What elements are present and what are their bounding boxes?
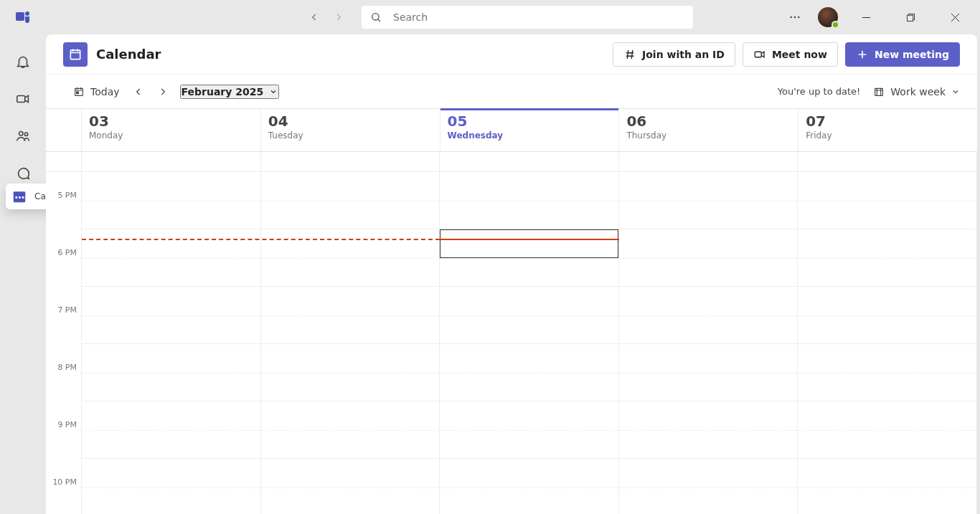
meet-now-button[interactable]: Meet now	[743, 42, 838, 67]
presence-available-icon	[831, 21, 839, 29]
svg-rect-15	[22, 196, 24, 199]
time-label: 5 PM	[57, 191, 77, 200]
svg-rect-13	[16, 196, 18, 199]
svg-rect-16	[70, 50, 80, 60]
current-time-line-today	[440, 239, 619, 240]
search-bar[interactable]	[362, 6, 693, 29]
window-close-button[interactable]	[938, 2, 971, 32]
window-minimize-button[interactable]	[849, 2, 882, 32]
today-icon	[73, 86, 85, 97]
view-label: Work week	[890, 86, 946, 97]
current-time-line-past	[82, 239, 440, 240]
day-number: 03	[89, 113, 253, 129]
month-label: February 2025	[182, 86, 264, 97]
history-forward-button[interactable]	[329, 7, 349, 27]
window-maximize-button[interactable]	[894, 2, 927, 32]
day-name: Friday	[806, 130, 970, 141]
column-friday[interactable]	[798, 152, 977, 514]
svg-point-5	[798, 16, 800, 19]
rail-activity-button[interactable]	[11, 50, 34, 73]
day-name: Wednesday	[448, 130, 612, 141]
rail-teams-button[interactable]	[11, 125, 34, 148]
join-with-id-button[interactable]: Join with an ID	[613, 42, 735, 67]
chevron-down-icon	[951, 87, 960, 96]
day-header-tuesday[interactable]: 04 Tuesday	[261, 109, 440, 151]
column-tuesday[interactable]	[261, 152, 440, 514]
next-week-button[interactable]	[153, 82, 173, 102]
history-back-button[interactable]	[304, 7, 324, 27]
title-bar	[0, 0, 980, 34]
calendar-toolbar: Today February 2025 You're up to date! W…	[46, 75, 977, 109]
time-label: 7 PM	[57, 305, 77, 315]
plus-icon	[856, 48, 869, 61]
time-label: 6 PM	[57, 248, 77, 257]
column-monday[interactable]	[82, 152, 261, 514]
day-header-row: 03 Monday 04 Tuesday 05 Wednesday 06 Thu…	[46, 109, 977, 152]
meet-now-label: Meet now	[772, 49, 827, 60]
day-header-thursday[interactable]: 06 Thursday	[619, 109, 798, 151]
day-name: Monday	[89, 130, 253, 141]
sync-status: You're up to date!	[778, 86, 861, 97]
column-thursday[interactable]	[619, 152, 798, 514]
svg-rect-20	[875, 88, 883, 95]
week-icon	[873, 86, 885, 97]
svg-point-4	[794, 16, 796, 19]
day-number: 04	[268, 113, 433, 129]
day-header-wednesday[interactable]: 05 Wednesday	[440, 109, 620, 151]
svg-point-1	[25, 11, 29, 16]
hash-icon	[623, 48, 636, 61]
today-button[interactable]: Today	[69, 82, 124, 102]
rail-chat-button[interactable]	[11, 162, 34, 185]
svg-point-3	[790, 16, 792, 19]
svg-rect-0	[16, 12, 24, 21]
column-wednesday[interactable]	[440, 152, 619, 514]
svg-rect-17	[755, 52, 761, 57]
chevron-down-icon	[269, 87, 278, 96]
today-label: Today	[90, 86, 120, 97]
time-label: 10 PM	[52, 477, 77, 487]
day-name: Thursday	[626, 130, 791, 141]
svg-point-2	[372, 14, 379, 20]
svg-rect-7	[907, 15, 913, 21]
avatar[interactable]	[818, 7, 838, 27]
more-options-button[interactable]	[783, 6, 806, 29]
svg-point-10	[24, 133, 27, 135]
day-name: Tuesday	[268, 130, 433, 141]
page-title: Calendar	[96, 47, 161, 62]
day-number: 06	[626, 113, 791, 129]
calendar-icon	[11, 189, 27, 204]
day-header-monday[interactable]: 03 Monday	[82, 109, 261, 151]
day-header-gutter	[46, 109, 82, 151]
calendar-grid[interactable]: 5 PM 6 PM 7 PM 8 PM 9 PM 10 PM	[46, 152, 977, 514]
app-rail	[0, 34, 46, 514]
month-picker-button[interactable]: February 2025	[180, 85, 280, 99]
video-icon	[753, 48, 766, 61]
view-picker-button[interactable]: Work week	[873, 86, 960, 97]
calendar-badge-icon	[63, 42, 88, 67]
calendar-columns	[82, 152, 977, 514]
rail-video-button[interactable]	[11, 87, 34, 110]
svg-rect-8	[17, 95, 25, 102]
time-gutter: 5 PM 6 PM 7 PM 8 PM 9 PM 10 PM	[46, 152, 82, 514]
prev-week-button[interactable]	[128, 82, 149, 102]
time-label: 8 PM	[57, 363, 77, 372]
day-number: 05	[448, 113, 612, 129]
time-label: 9 PM	[57, 420, 77, 429]
join-with-id-label: Join with an ID	[642, 49, 725, 60]
svg-rect-14	[19, 196, 21, 199]
svg-point-9	[19, 132, 24, 136]
search-icon	[370, 11, 382, 23]
search-input[interactable]	[393, 11, 684, 23]
day-header-friday[interactable]: 07 Friday	[798, 109, 977, 151]
teams-logo-icon	[14, 9, 32, 26]
main-panel: Calendar Join with an ID Meet now New me…	[46, 34, 977, 514]
new-meeting-label: New meeting	[875, 49, 949, 60]
day-number: 07	[806, 113, 970, 129]
svg-rect-12	[14, 192, 26, 195]
svg-rect-19	[77, 92, 79, 94]
page-header: Calendar Join with an ID Meet now New me…	[46, 34, 977, 75]
new-meeting-button[interactable]: New meeting	[845, 42, 960, 67]
